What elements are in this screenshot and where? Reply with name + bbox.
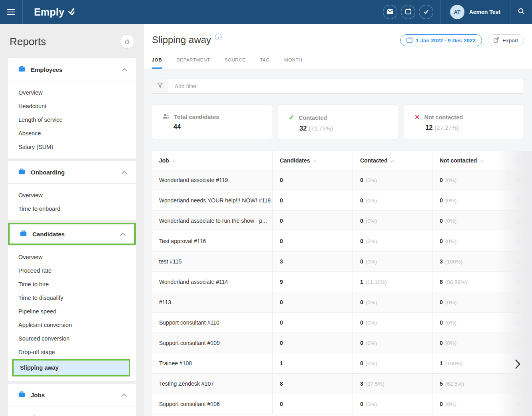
sidebar-item-overview[interactable]: Overview <box>8 188 136 202</box>
stat-label: Not contacted <box>424 114 463 121</box>
column-header-contacted[interactable]: Contacted <box>353 151 432 170</box>
not-contacted-cell: 0(0%) <box>432 211 508 231</box>
partial-cell: 11- <box>508 211 532 231</box>
candidates-cell: 0 <box>272 211 353 231</box>
column-label: Cr <box>515 157 522 164</box>
sidebar-item-time-to-onboard[interactable]: Time to onboard <box>8 202 136 216</box>
cross-icon: ✕ <box>414 113 420 121</box>
check-icon: ✓ <box>289 113 294 122</box>
tasks-button[interactable] <box>419 5 433 19</box>
tab-source[interactable]: SOURCE <box>225 57 246 69</box>
reports-settings-button[interactable]: ⚙ <box>120 34 134 49</box>
funnel-icon <box>157 83 163 90</box>
job-cell: Trainee #108 <box>152 353 272 373</box>
report-tabs: JOBDEPARTMENTSOURCETAGMONTH <box>152 57 317 69</box>
sidebar-title: Reports <box>10 36 46 48</box>
tab-job[interactable]: JOB <box>152 57 162 69</box>
stat-card-total-candidates: Total candidates 44 <box>152 105 272 139</box>
user-name: Aemen Test <box>469 9 500 15</box>
add-filter-input[interactable] <box>168 83 524 90</box>
column-header-job[interactable]: Job <box>152 151 272 170</box>
sidebar-section-onboarding[interactable]: Onboarding <box>8 161 136 183</box>
sidebar-item-time-to-disqualify[interactable]: Time to disqualify <box>8 291 136 305</box>
sort-caret-icon <box>391 157 394 164</box>
stat-value: 44 <box>173 123 181 130</box>
sidebar-section-jobs[interactable]: Jobs <box>8 384 136 406</box>
table-row <box>152 414 532 416</box>
date-range-label: 1 Jan 2022 - 9 Dec 2022 <box>416 38 476 44</box>
envelope-icon <box>387 8 393 16</box>
sidebar-item-overview[interactable]: Overview <box>8 86 136 99</box>
tab-department[interactable]: DEPARTMENT <box>176 57 210 69</box>
not-contacted-cell: 0(0%) <box>432 231 508 251</box>
candidates-cell: 0 <box>272 190 353 210</box>
candidates-cell: 0 <box>272 292 353 312</box>
sidebar-item-pipeline-speed[interactable]: Pipeline speed <box>8 305 136 318</box>
partial-cell: 10 <box>508 333 532 353</box>
job-cell: Wonderland associate #119 <box>152 170 272 190</box>
column-label: Candidates <box>280 157 310 164</box>
section-items: OverviewProceed rateTime to hireTime to … <box>8 245 136 381</box>
messages-button[interactable] <box>383 5 397 19</box>
export-label: Export <box>502 38 518 44</box>
sidebar-section-candidates[interactable]: Candidates <box>8 223 136 245</box>
info-icon[interactable]: i <box>215 34 222 40</box>
contacted-cell: 0(0%) <box>353 313 432 333</box>
export-button[interactable]: Export <box>488 34 524 46</box>
sidebar-item-drop-off-stage[interactable]: Drop-off stage <box>8 345 136 359</box>
not-contacted-cell: 0(0%) <box>432 190 508 210</box>
hamburger-menu-button[interactable] <box>0 0 22 24</box>
sidebar-item-length-of-service[interactable]: Length of service <box>8 113 136 127</box>
sidebar-sections: EmployeesOverviewHeadcountLength of serv… <box>0 58 144 416</box>
partial-cell: 10 <box>508 313 532 333</box>
column-label: Not contacted <box>440 157 477 164</box>
section-label: Onboarding <box>31 169 122 176</box>
table-header-row: Job Candidates Contacted <box>152 151 532 170</box>
sidebar-item-overview[interactable]: Overview <box>8 411 136 416</box>
sidebar-item-proceed-rate[interactable]: Proceed rate <box>8 264 136 277</box>
candidates-cell: 0 <box>272 394 353 414</box>
sidebar-item-slipping-away[interactable]: Slipping away <box>12 359 130 376</box>
sidebar-item-absence[interactable]: Absence <box>8 127 136 140</box>
sort-caret-icon <box>480 157 484 164</box>
scroll-next-button[interactable] <box>514 359 521 371</box>
sidebar-item-sourced-conversion[interactable]: Sourced conversion <box>8 332 136 345</box>
table-body: Wonderland associate #11900(0%)0(0%)11-W… <box>152 170 532 414</box>
briefcase-icon <box>18 168 25 176</box>
job-cell: Support consultant #106 <box>152 394 272 414</box>
candidates-cell: 9 <box>272 272 353 292</box>
contacted-cell: 0(0%) <box>353 170 432 190</box>
export-icon <box>494 37 499 44</box>
calendar-button[interactable] <box>401 5 415 19</box>
sidebar-section-employees[interactable]: Employees <box>8 58 136 81</box>
gear-icon: ⚙ <box>124 38 130 46</box>
people-icon <box>163 113 169 120</box>
not-contacted-cell: 0(0%) <box>432 292 508 312</box>
candidates-cell: 3 <box>272 252 353 271</box>
column-label: Job <box>159 157 169 164</box>
user-menu[interactable]: AT Aemen Test <box>440 5 510 19</box>
contacted-cell: 0(0%) <box>353 190 432 210</box>
chevron-up-icon <box>120 230 126 238</box>
table-row: test #11530(0%)3(100%)11- <box>152 251 532 271</box>
search-button[interactable] <box>510 0 532 24</box>
stat-card-contacted: ✓ Contacted 32(72.73%) <box>278 105 398 139</box>
column-header-candidates[interactable]: Candidates <box>272 151 353 170</box>
calendar-icon <box>406 37 412 44</box>
sidebar-item-overview[interactable]: Overview <box>8 250 136 264</box>
calendar-icon <box>405 8 411 16</box>
contacted-cell: 0(0%) <box>353 211 432 231</box>
date-range-button[interactable]: 1 Jan 2022 - 9 Dec 2022 <box>400 34 482 46</box>
sidebar-item-headcount[interactable]: Headcount <box>8 99 136 113</box>
sidebar-item-time-to-hire[interactable]: Time to hire <box>8 277 136 291</box>
column-header-not-contacted[interactable]: Not contacted <box>432 151 508 170</box>
column-header-partial[interactable]: Cr <box>508 151 532 170</box>
sidebar-item-salary-sum[interactable]: Salary (SUM) <box>8 140 136 154</box>
tab-month[interactable]: MONTH <box>284 57 302 69</box>
tab-tag[interactable]: TAG <box>260 57 270 69</box>
not-contacted-cell: 5(62.5%) <box>432 374 508 394</box>
report-table: Job Candidates Contacted <box>152 151 532 416</box>
sidebar-item-applicant-conversion[interactable]: Applicant conversion <box>8 318 136 332</box>
table-row: Support consultant #10600(0%)0(0%)10 <box>152 394 532 414</box>
stat-percent: (72.73%) <box>309 125 333 132</box>
